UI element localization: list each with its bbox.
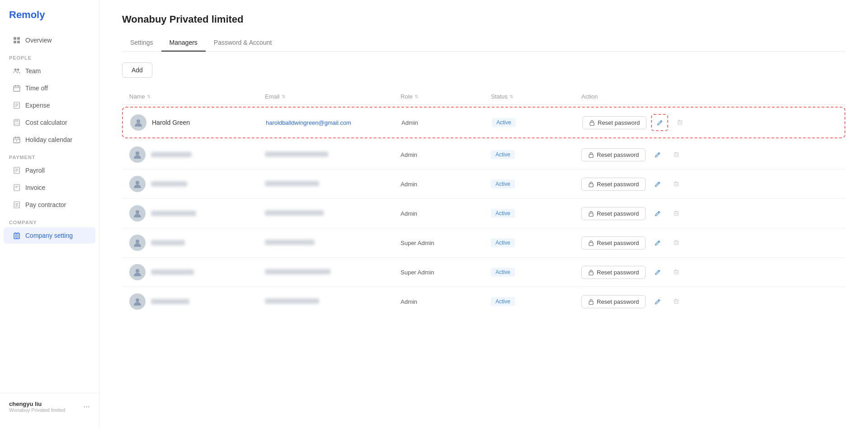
table-row: Admin Active Reset password [122,287,845,316]
reset-password-button[interactable]: Reset password [582,116,646,129]
edit-button[interactable] [650,294,665,309]
lock-icon [588,299,594,305]
receipt2-icon [13,166,21,174]
col-email-label: Email [265,93,280,100]
sidebar-item-invoice[interactable]: Invoice [4,179,95,196]
sidebar-item-cost-calculator-label: Cost calculator [25,119,67,126]
sidebar-item-cost-calculator[interactable]: Cost calculator [4,114,95,131]
svg-rect-43 [18,236,19,237]
col-name-sort-icon[interactable]: ⇅ [147,94,151,99]
svg-point-21 [18,124,19,125]
svg-rect-68 [675,241,678,245]
edit-button[interactable] [652,115,667,130]
action-cell: Reset password [581,236,838,250]
reset-password-label: Reset password [597,269,639,276]
people-section-label: PEOPLE [0,49,99,62]
action-cell: Reset password [581,206,838,221]
user-name-blurred [151,181,187,187]
calculator-icon [13,118,21,127]
reset-password-button[interactable]: Reset password [581,266,646,279]
table-header: Name ⇅ Email ⇅ Role ⇅ Status ⇅ Action [122,89,845,105]
sidebar-item-team[interactable]: Team [4,63,95,79]
sidebar-item-timeoff[interactable]: Time off [4,80,95,96]
sidebar-item-expense[interactable]: Expense [4,97,95,113]
delete-button[interactable] [669,147,684,162]
sidebar-item-company-setting[interactable]: Company setting [4,227,95,244]
table-row: Admin Active Reset password [122,140,845,170]
svg-point-26 [16,140,17,141]
app-logo: Remoly [0,9,99,32]
sidebar-item-holiday-calendar[interactable]: Holiday calendar [4,132,95,148]
col-name-label: Name [129,93,145,100]
svg-rect-47 [590,122,594,125]
receipt-icon [13,101,21,109]
svg-rect-67 [589,242,593,245]
reset-password-button[interactable]: Reset password [581,148,646,161]
role-cell: Admin [401,119,492,126]
edit-button[interactable] [650,236,665,250]
user-cell: Harold Green [130,114,266,131]
avatar [129,146,146,163]
user-menu-icon[interactable]: ··· [83,402,90,411]
col-status-sort-icon[interactable]: ⇅ [509,94,513,99]
status-badge: Active [491,297,515,306]
col-role-label: Role [401,93,413,100]
reset-password-button[interactable]: Reset password [581,295,646,308]
svg-point-71 [136,269,139,273]
user-cell [129,205,265,222]
sidebar-item-payroll-label: Payroll [25,167,45,174]
add-button[interactable]: Add [122,62,152,78]
status-cell: Active [492,118,582,127]
col-role-sort-icon[interactable]: ⇅ [415,94,418,99]
tab-password-account[interactable]: Password & Account [206,34,280,52]
role-cell: Super Admin [401,269,491,276]
main-content-area: Wonabuy Privated limited Settings Manage… [99,0,868,429]
edit-button[interactable] [650,206,665,221]
user-name-blurred [151,211,196,216]
sidebar-item-payroll[interactable]: Payroll [4,162,95,179]
sidebar-item-pay-contractor[interactable]: Pay contractor [4,197,95,213]
calendar2-icon [13,136,21,144]
svg-rect-77 [589,301,593,304]
delete-button[interactable] [669,294,684,309]
svg-rect-15 [15,120,19,122]
reset-password-label: Reset password [598,119,640,126]
payment-section-label: PAYMENT [0,148,99,162]
reset-password-button[interactable]: Reset password [581,236,646,250]
calendar-icon [13,84,21,92]
status-cell: Active [491,179,581,189]
svg-rect-62 [589,213,593,216]
page-title: Wonabuy Privated limited [122,14,845,25]
col-email-sort-icon[interactable]: ⇅ [282,94,285,99]
action-cell: Reset password [581,294,838,309]
sidebar-item-overview[interactable]: Overview [4,32,95,48]
sidebar-user-area: chengyu liu Wonabuy Privated limited ··· [0,393,99,420]
svg-rect-1 [17,37,20,40]
sidebar-item-expense-label: Expense [25,102,50,109]
role-cell: Admin [401,151,491,158]
delete-button[interactable] [669,236,684,250]
people-icon [13,67,21,75]
edit-button[interactable] [650,177,665,191]
delete-button[interactable] [669,265,684,279]
user-name-blurred [151,299,189,304]
tab-managers[interactable]: Managers [161,34,206,52]
avatar [129,205,146,222]
reset-password-button[interactable]: Reset password [581,207,646,220]
action-cell: Reset password [581,265,838,279]
delete-button[interactable] [669,177,684,191]
svg-point-76 [136,298,139,302]
delete-button[interactable] [669,206,684,221]
delete-button[interactable] [673,115,687,130]
edit-button[interactable] [650,147,665,162]
svg-point-51 [136,151,139,155]
status-cell: Active [491,150,581,159]
status-badge: Active [491,150,515,159]
reset-password-button[interactable]: Reset password [581,178,646,191]
table-row: Harold Green haroldballdwingreen@gmail.c… [122,107,845,138]
edit-button[interactable] [650,265,665,279]
reset-password-label: Reset password [597,240,639,246]
tab-settings[interactable]: Settings [122,34,161,52]
col-role: Role ⇅ [401,93,491,100]
sidebar-item-timeoff-label: Time off [25,85,48,92]
